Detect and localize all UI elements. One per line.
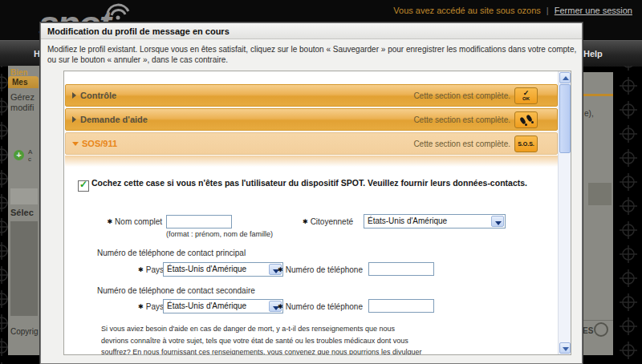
scroll-up-button[interactable]	[559, 72, 571, 83]
full-name-input[interactable]	[166, 215, 232, 229]
arrow-down-icon	[563, 347, 569, 351]
section-bar-demande-aide[interactable]: Demande d'aide Cette section est complèt…	[65, 108, 558, 131]
sos-badge-label: S.O.S.	[515, 136, 537, 152]
ok-badge-label: OK	[515, 96, 537, 102]
required-marker: ✱	[303, 218, 308, 225]
arrow-up-icon	[563, 76, 569, 80]
dialog-scroll-panel: Contrôle Cette section est complète. ✓ O…	[63, 71, 571, 355]
section-status: Cette section est complète.	[413, 91, 510, 100]
footprints-badge-button[interactable]	[514, 111, 538, 128]
required-marker: ✱	[107, 218, 112, 225]
country-label-primary: ✱Pays	[96, 265, 164, 274]
country-selected-value: États-Unis d'Amérique	[167, 301, 246, 310]
section-bar-sos911[interactable]: SOS/911 Cette section est complète. S.O.…	[65, 132, 558, 155]
citizenship-label: ✱Citoyenneté	[265, 217, 353, 226]
dropdown-arrow-icon[interactable]	[491, 216, 504, 227]
background-text-fragment: modifi	[10, 103, 34, 112]
logout-link[interactable]: Fermer une session	[555, 6, 632, 15]
chevron-down-icon	[72, 142, 79, 146]
background-orange-rule	[583, 94, 613, 96]
background-panel	[10, 221, 38, 316]
nav-item-home-fragment[interactable]: H	[34, 49, 40, 59]
scroll-down-button[interactable]	[559, 342, 571, 354]
full-name-label: ✱Nom complet	[80, 217, 162, 226]
background-text-fragment: e),	[584, 109, 594, 118]
crosshair-pattern-right	[613, 66, 642, 364]
citizenship-selected-value: États-Unis d'Amérique	[368, 216, 447, 225]
chevron-right-icon	[72, 116, 76, 123]
full-name-format-hint: (format : prénom, nom de famille)	[166, 230, 273, 238]
required-marker: ✱	[278, 266, 283, 273]
check-icon: ✓	[515, 90, 537, 96]
required-marker: ✱	[278, 303, 283, 310]
edit-message-profile-dialog: Modification du profil de message en cou…	[40, 22, 583, 364]
background-copyright-fragment: Copyrig	[10, 327, 38, 336]
dialog-intro-text: Modifiez le profil existant. Lorsque vou…	[47, 44, 579, 65]
section-bar-controle[interactable]: Contrôle Cette section est complète. ✓ O…	[65, 84, 558, 107]
phone-label-secondary: ✱Numéro de téléphone	[257, 302, 363, 311]
background-page-right: e), ES	[583, 72, 613, 355]
background-box	[10, 188, 38, 204]
page: spot Vous avez accédé au site sous ozons…	[0, 0, 642, 364]
section-fade	[65, 156, 558, 167]
medical-disclaimer-text: Si vous aviez besoin d'aide en cas de da…	[101, 323, 422, 355]
primary-phone-heading: Numéro de téléphone de contact principal	[97, 249, 246, 257]
background-select-fragment: Sélec	[10, 208, 34, 217]
scrollbar-thumb[interactable]	[559, 84, 571, 153]
ok-badge-button[interactable]: ✓ OK	[514, 87, 538, 104]
session-message: Vous avez accédé au site sous ozons	[393, 6, 540, 15]
panel-scrollbar[interactable]	[558, 71, 571, 354]
background-divider	[583, 320, 613, 321]
background-footer-fragment: ES	[583, 326, 593, 335]
section-status: Cette section est complète.	[413, 140, 510, 148]
chevron-right-icon	[72, 92, 76, 99]
phone-input-secondary[interactable]	[368, 299, 434, 313]
sos-badge-button[interactable]: S.O.S.	[514, 135, 538, 152]
background-text-fragment: A	[28, 148, 32, 156]
dialog-title: Modification du profil de message en cou…	[41, 23, 582, 39]
phone-label-primary: ✱Numéro de téléphone	[257, 265, 363, 274]
background-menu-button-fragment: Mes	[8, 76, 39, 88]
section-status: Cette section est complète.	[413, 115, 510, 124]
background-text-fragment: c	[28, 156, 31, 163]
section-label: SOS/911	[82, 139, 117, 148]
citizenship-select[interactable]: États-Unis d'Amérique	[364, 214, 506, 229]
checkbox-check-icon: ✓	[79, 179, 87, 190]
secondary-phone-heading: Numéro de téléphone de contact secondair…	[97, 286, 255, 295]
session-separator: |	[547, 6, 549, 15]
section-label: Contrôle	[80, 91, 116, 100]
required-marker: ✱	[138, 266, 144, 273]
background-page-left: Bien Mes Gérez modifi + A c Sélec Copyri…	[8, 66, 40, 355]
not-user-checkbox[interactable]: ✓	[78, 180, 89, 192]
section-label: Demande d'aide	[80, 115, 148, 124]
phone-input-primary[interactable]	[368, 262, 434, 276]
required-marker: ✱	[138, 303, 144, 310]
background-box	[588, 183, 612, 205]
country-label-secondary: ✱Pays	[96, 302, 164, 311]
background-footer-logo	[594, 322, 608, 337]
background-text-fragment: Gérez	[10, 92, 35, 102]
country-selected-value: États-Unis d'Amérique	[167, 265, 246, 273]
add-icon: +	[14, 150, 24, 160]
nav-item-help[interactable]: Help	[583, 49, 603, 59]
not-user-checkbox-label: Cochez cette case si vous n'êtes pas l'u…	[91, 177, 541, 188]
